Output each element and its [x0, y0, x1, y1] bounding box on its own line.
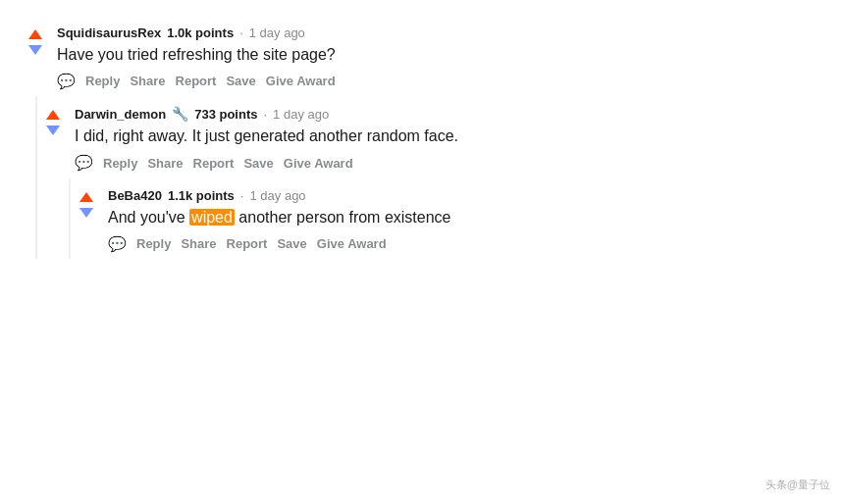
- reply-chat-icon-3: 💬: [108, 235, 127, 253]
- comment-actions-1: 💬 Reply Share Report Save Give Award: [57, 72, 824, 90]
- comment-text-2: I did, right away. It just generated ano…: [75, 126, 824, 147]
- comment-text-1: Have you tried refreshing the site page?: [57, 44, 824, 66]
- save-button-2[interactable]: Save: [243, 154, 273, 173]
- downvote-button-2[interactable]: [44, 124, 62, 137]
- upvote-arrow-icon-1: [28, 29, 42, 39]
- comment-3: BeBa420 1.1k points · 1 day ago And you'…: [71, 178, 824, 259]
- page-container: SquidisaurusRex 1.0k points · 1 day ago …: [20, 16, 824, 259]
- username-2[interactable]: Darwin_demon: [75, 107, 166, 122]
- comment-actions-3: 💬 Reply Share Report Save Give Award: [108, 234, 824, 253]
- reply-button-3[interactable]: Reply: [136, 234, 171, 253]
- upvote-button-2[interactable]: [44, 108, 62, 122]
- downvote-button-3[interactable]: [78, 206, 95, 220]
- reply-button-1[interactable]: Reply: [85, 72, 120, 90]
- comment-meta-2: Darwin_demon 🔧 733 points · 1 day ago: [75, 106, 824, 122]
- comment-body-1: SquidisaurusRex 1.0k points · 1 day ago …: [51, 25, 824, 90]
- points-2: 733 points: [194, 107, 257, 122]
- mod-wrench-icon: 🔧: [172, 106, 188, 122]
- upvote-arrow-icon-3: [79, 192, 93, 202]
- comment-thread: SquidisaurusRex 1.0k points · 1 day ago …: [20, 16, 824, 259]
- username-3[interactable]: BeBa420: [108, 188, 162, 203]
- comment-body-2: Darwin_demon 🔧 733 points · 1 day ago I …: [69, 106, 824, 172]
- report-button-1[interactable]: Report: [176, 72, 217, 90]
- comment-body-3: BeBa420 1.1k points · 1 day ago And you'…: [102, 188, 824, 253]
- comment-text-3: And you've wiped another person from exi…: [108, 207, 824, 228]
- reply-button-2[interactable]: Reply: [103, 154, 137, 173]
- share-button-2[interactable]: Share: [147, 154, 183, 173]
- reply-chat-icon-1: 💬: [57, 73, 76, 90]
- downvote-arrow-icon-1: [28, 45, 42, 55]
- give-award-button-1[interactable]: Give Award: [266, 72, 336, 90]
- comment-text-after-3: another person from existence: [235, 209, 451, 226]
- comment-1: SquidisaurusRex 1.0k points · 1 day ago …: [20, 16, 824, 96]
- report-button-2[interactable]: Report: [193, 154, 235, 173]
- comment-actions-2: 💬 Reply Share Report Save Give Award: [75, 154, 824, 173]
- upvote-button-1[interactable]: [26, 27, 44, 41]
- highlight-word-3: wiped: [189, 209, 235, 226]
- username-1[interactable]: SquidisaurusRex: [57, 25, 161, 40]
- separator-3: ·: [240, 188, 244, 203]
- upvote-button-3[interactable]: [78, 190, 95, 204]
- give-award-button-2[interactable]: Give Award: [284, 154, 353, 173]
- comment-meta-3: BeBa420 1.1k points · 1 day ago: [108, 188, 824, 203]
- save-button-1[interactable]: Save: [226, 72, 255, 90]
- vote-column-2: [37, 106, 69, 172]
- save-button-3[interactable]: Save: [277, 234, 306, 253]
- share-button-3[interactable]: Share: [181, 234, 216, 253]
- separator-1: ·: [239, 25, 243, 40]
- upvote-arrow-icon-2: [46, 110, 60, 120]
- reply-chat-icon-2: 💬: [75, 154, 93, 172]
- timestamp-3: 1 day ago: [249, 188, 305, 203]
- timestamp-1: 1 day ago: [249, 25, 305, 40]
- report-button-3[interactable]: Report: [227, 234, 268, 253]
- nested-thread-1: Darwin_demon 🔧 733 points · 1 day ago I …: [35, 96, 824, 259]
- comment-meta-1: SquidisaurusRex 1.0k points · 1 day ago: [57, 25, 824, 40]
- comment-text-before-3: And you've: [108, 209, 189, 226]
- share-button-1[interactable]: Share: [130, 72, 165, 90]
- points-1: 1.0k points: [167, 25, 234, 40]
- points-3: 1.1k points: [168, 188, 235, 203]
- downvote-button-1[interactable]: [26, 43, 44, 57]
- timestamp-2: 1 day ago: [273, 107, 329, 122]
- vote-column-3: [71, 188, 102, 253]
- comment-2: Darwin_demon 🔧 733 points · 1 day ago I …: [37, 96, 824, 177]
- nested-thread-2: BeBa420 1.1k points · 1 day ago And you'…: [69, 178, 824, 259]
- downvote-arrow-icon-2: [46, 126, 60, 135]
- watermark: 头条@量子位: [762, 476, 834, 494]
- vote-column-1: [20, 25, 51, 90]
- separator-2: ·: [263, 107, 267, 122]
- give-award-button-3[interactable]: Give Award: [317, 234, 387, 253]
- downvote-arrow-icon-3: [79, 208, 93, 218]
